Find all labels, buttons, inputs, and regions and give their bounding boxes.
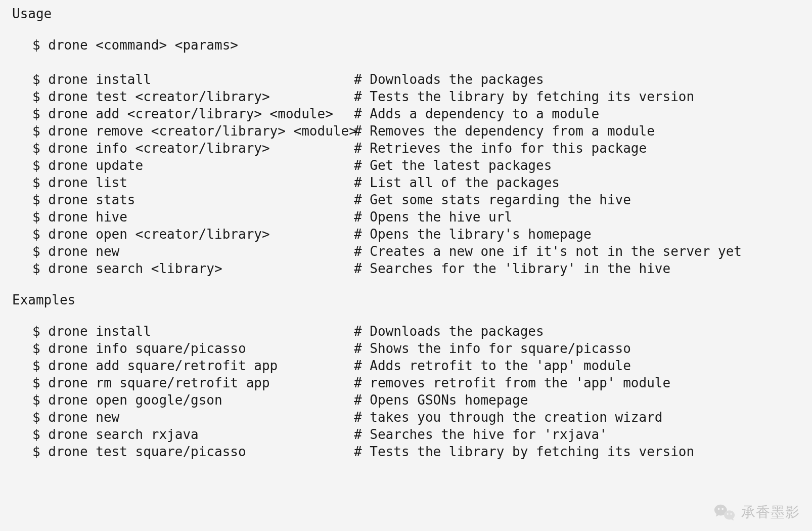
examples-command: $ drone install	[32, 325, 354, 338]
usage-row: $ drone hive# Opens the hive url	[32, 208, 800, 226]
usage-intro-text: $ drone <command> <params>	[32, 38, 354, 52]
examples-row: $ drone test square/picasso# Tests the l…	[32, 443, 800, 460]
usage-command: $ drone stats	[32, 193, 354, 206]
examples-row: $ drone install# Downloads the packages	[32, 323, 800, 340]
examples-comment: # takes you through the creation wizard	[354, 411, 800, 424]
usage-comment: # Tests the library by fetching its vers…	[354, 90, 800, 103]
wechat-icon	[713, 501, 736, 524]
usage-intro-row: $ drone <command> <params>	[32, 36, 800, 54]
examples-comment: # Opens GSONs homepage	[354, 393, 800, 407]
usage-command: $ drone test <creator/library>	[32, 90, 354, 103]
usage-command: $ drone install	[32, 73, 354, 86]
examples-command: $ drone info square/picasso	[32, 342, 354, 355]
usage-comment: # Get the latest packages	[354, 159, 800, 172]
usage-row: $ drone open <creator/library># Opens th…	[32, 226, 800, 243]
examples-row: $ drone info square/picasso# Shows the i…	[32, 340, 800, 357]
usage-comment: # Retrieves the info for this package	[354, 142, 800, 155]
examples-heading: Examples	[12, 293, 800, 306]
usage-comment: # Removes the dependency from a module	[354, 124, 800, 138]
examples-command: $ drone open google/gson	[32, 393, 354, 407]
usage-comment: # Adds a dependency to a module	[354, 107, 800, 120]
examples-comment: # Downloads the packages	[354, 325, 800, 338]
examples-comment: # Tests the library by fetching its vers…	[354, 445, 800, 458]
examples-command: $ drone rm square/retrofit app	[32, 376, 354, 389]
examples-row: $ drone open google/gson# Opens GSONs ho…	[32, 391, 800, 409]
examples-block: $ drone install# Downloads the packages$…	[32, 323, 800, 460]
usage-command: $ drone search <library>	[32, 262, 354, 275]
usage-comment: # Opens the library's homepage	[354, 228, 800, 241]
usage-command: $ drone remove <creator/library> <module…	[32, 124, 354, 138]
help-text-page: Usage $ drone <command> <params> $ drone…	[0, 0, 812, 486]
examples-command: $ drone search rxjava	[32, 428, 354, 441]
usage-command: $ drone list	[32, 176, 354, 189]
svg-point-0	[718, 508, 720, 510]
usage-comment: # Downloads the packages	[354, 73, 800, 86]
blank-line	[32, 54, 800, 71]
usage-row: $ drone new# Creates a new one if it's n…	[32, 243, 800, 260]
usage-comment: # Creates a new one if it's not in the s…	[354, 245, 800, 258]
usage-comment: # Get some stats regarding the hive	[354, 193, 800, 206]
usage-command: $ drone add <creator/library> <module>	[32, 107, 354, 120]
usage-command: $ drone open <creator/library>	[32, 228, 354, 241]
svg-point-1	[721, 508, 724, 510]
usage-comment: # Opens the hive url	[354, 210, 800, 224]
usage-row: $ drone add <creator/library> <module># …	[32, 105, 800, 122]
svg-point-2	[727, 513, 729, 515]
examples-comment: # Shows the info for square/picasso	[354, 342, 800, 355]
usage-heading: Usage	[12, 7, 800, 20]
usage-row: $ drone stats# Get some stats regarding …	[32, 191, 800, 208]
examples-comment: # removes retrofit from the 'app' module	[354, 376, 800, 389]
usage-comment: # List all of the packages	[354, 176, 800, 189]
usage-row: $ drone search <library># Searches for t…	[32, 260, 800, 277]
usage-command: $ drone hive	[32, 210, 354, 224]
usage-row: $ drone install# Downloads the packages	[32, 71, 800, 88]
examples-row: $ drone rm square/retrofit app# removes …	[32, 374, 800, 391]
usage-command: $ drone new	[32, 245, 354, 258]
examples-row: $ drone new# takes you through the creat…	[32, 409, 800, 426]
watermark: 承香墨影	[713, 501, 800, 524]
watermark-text: 承香墨影	[741, 503, 800, 522]
examples-row: $ drone add square/retrofit app# Adds re…	[32, 357, 800, 374]
usage-row: $ drone update# Get the latest packages	[32, 157, 800, 174]
examples-command: $ drone new	[32, 411, 354, 424]
usage-command: $ drone update	[32, 159, 354, 172]
usage-block: $ drone <command> <params> $ drone insta…	[32, 36, 800, 277]
examples-row: $ drone search rxjava# Searches the hive…	[32, 426, 800, 443]
usage-row: $ drone info <creator/library># Retrieve…	[32, 140, 800, 157]
examples-command: $ drone test square/picasso	[32, 445, 354, 458]
usage-rows: $ drone install# Downloads the packages$…	[32, 71, 800, 277]
svg-point-3	[730, 513, 732, 515]
usage-row: $ drone list# List all of the packages	[32, 174, 800, 191]
usage-comment: # Searches for the 'library' in the hive	[354, 262, 800, 275]
usage-command: $ drone info <creator/library>	[32, 142, 354, 155]
usage-row: $ drone test <creator/library># Tests th…	[32, 88, 800, 105]
examples-comment: # Adds retrofit to the 'app' module	[354, 359, 800, 372]
examples-rows: $ drone install# Downloads the packages$…	[32, 323, 800, 460]
examples-command: $ drone add square/retrofit app	[32, 359, 354, 372]
usage-row: $ drone remove <creator/library> <module…	[32, 122, 800, 140]
examples-comment: # Searches the hive for 'rxjava'	[354, 428, 800, 441]
